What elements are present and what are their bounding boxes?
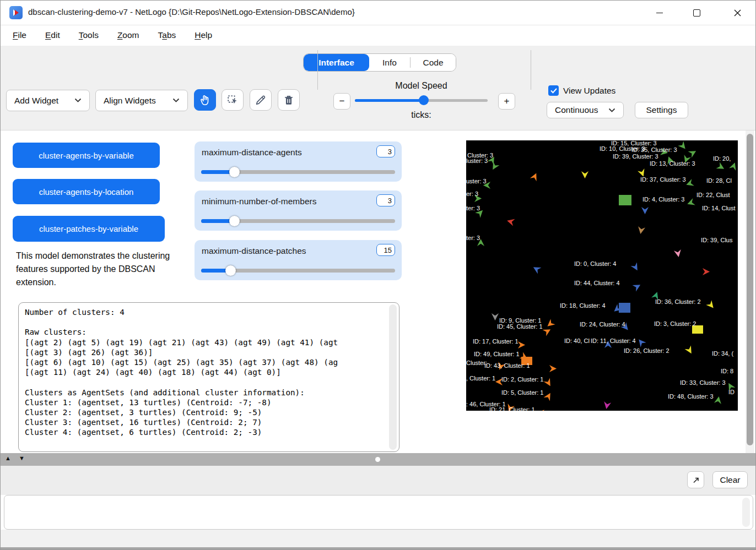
agent-label: ID: 39, Clus xyxy=(701,237,732,243)
speed-plus-button[interactable]: + xyxy=(498,93,515,110)
slider-value-box[interactable]: 3 xyxy=(376,145,395,157)
close-icon xyxy=(734,9,741,17)
cluster-agents-by-variable-button[interactable]: cluster-agents-by-variable xyxy=(13,143,160,168)
agent-label: ID: 34, ( xyxy=(712,351,733,357)
agent-label: ter: 3 xyxy=(466,205,480,211)
model-speed-slider[interactable] xyxy=(355,99,488,102)
slider-track[interactable] xyxy=(201,269,395,273)
trash-icon xyxy=(283,94,295,106)
check-icon xyxy=(550,88,557,94)
slider-track[interactable] xyxy=(201,170,395,174)
patch-square xyxy=(619,195,631,205)
slider-thumb[interactable] xyxy=(229,167,240,177)
toolbar-divider xyxy=(531,50,531,90)
command-output-scrollbar[interactable] xyxy=(742,498,750,527)
turtle-agent xyxy=(679,142,687,153)
minimize-icon xyxy=(656,13,663,13)
output-scrollbar[interactable] xyxy=(389,304,397,450)
clear-button[interactable]: Clear xyxy=(712,471,748,488)
agent-label: ID: 35, Cluster: 3 xyxy=(631,147,677,153)
slider-value-box[interactable]: 15 xyxy=(376,244,395,256)
command-center-output xyxy=(4,495,753,530)
chevron-down-icon xyxy=(172,98,180,103)
turtle-agent xyxy=(517,341,526,351)
select-tool-button[interactable] xyxy=(222,89,244,111)
turtle-agent xyxy=(506,217,515,228)
title-bar: dbscan-clustering-demo-v7 - NetLogo {D:\… xyxy=(1,1,755,25)
turtle-agent xyxy=(717,163,725,173)
dock-right-icon xyxy=(692,476,700,484)
command-input-row: observer> xyxy=(1,530,755,547)
chevron-down-icon xyxy=(608,108,615,113)
tab-info[interactable]: Info xyxy=(369,54,410,71)
menu-tabs[interactable]: Tabs xyxy=(158,30,176,40)
turtle-agent xyxy=(674,249,682,260)
output-text: Number of clusters: 4 Raw clusters: [(ag… xyxy=(19,303,399,438)
turtle-agent xyxy=(490,162,499,173)
agent-label: ID: 33, Cluster: 3 xyxy=(680,380,726,386)
agent-label: ID: 36, Cluster: 2 xyxy=(655,299,701,305)
hand-tool-button[interactable] xyxy=(194,89,216,111)
agent-label: ID: 40, Cl xyxy=(564,338,590,344)
menu-help[interactable]: Help xyxy=(195,30,212,40)
agent-label: ID xyxy=(728,389,735,395)
tab-interface[interactable]: Interface xyxy=(304,54,369,71)
splitter-down-icon[interactable]: ▼ xyxy=(19,455,25,461)
turtle-agent xyxy=(631,263,640,274)
agent-label: ID: 49, Cluster: 1 xyxy=(474,351,520,357)
slider-thumb[interactable] xyxy=(229,216,240,226)
menu-file[interactable]: File xyxy=(13,30,26,40)
menu-edit[interactable]: Edit xyxy=(45,30,60,40)
slider-track[interactable] xyxy=(201,219,395,223)
netlogo-app-icon xyxy=(9,6,23,19)
agent-label: ID: 3, Cluster: 2 xyxy=(654,321,696,327)
update-mode-dropdown[interactable]: Continuous xyxy=(547,102,624,118)
splitter-handle-dot[interactable] xyxy=(375,457,380,462)
edit-tool-button[interactable] xyxy=(250,89,272,111)
close-button[interactable] xyxy=(725,4,750,21)
maximize-button[interactable] xyxy=(684,4,709,21)
agent-label: ID: 26, Cluster: 2 xyxy=(624,348,669,354)
model-speed-label: Model Speed xyxy=(355,81,488,91)
selection-icon xyxy=(226,94,239,106)
speed-minus-button[interactable]: − xyxy=(333,93,350,110)
slider-value-box[interactable]: 3 xyxy=(376,194,395,206)
agent-label: ID: 39, Cluster: 3 xyxy=(613,154,658,160)
pencil-icon xyxy=(255,94,267,106)
menu-tools[interactable]: Tools xyxy=(79,30,99,40)
add-widget-dropdown[interactable]: Add Widget xyxy=(6,90,90,111)
dock-toggle-button[interactable] xyxy=(687,471,704,488)
vertical-scrollbar-thumb[interactable] xyxy=(747,134,753,445)
slider-thumb[interactable] xyxy=(225,265,236,276)
turtle-agent xyxy=(702,268,710,278)
view-updates-label: View Updates xyxy=(563,86,615,96)
align-widgets-dropdown[interactable]: Align Widgets xyxy=(95,90,188,111)
cluster-patches-by-variable-button[interactable]: cluster-patches-by-variable xyxy=(13,216,165,242)
window-bottom-edge xyxy=(1,547,755,550)
minimize-button[interactable] xyxy=(647,4,672,21)
agent-label: ID: 22, Clust xyxy=(696,192,730,198)
world-view[interactable]: Cluster: 3luster: 3uster: 3er: 3ter: 3te… xyxy=(466,140,738,411)
turtle-agent xyxy=(544,379,553,389)
delete-tool-button[interactable] xyxy=(278,89,300,111)
menu-zoom[interactable]: Zoom xyxy=(117,30,139,40)
tab-code[interactable]: Code xyxy=(411,54,456,71)
command-center-splitter[interactable]: ▲ ▼ xyxy=(1,453,755,466)
splitter-up-icon[interactable]: ▲ xyxy=(5,455,11,461)
turtle-agent xyxy=(730,162,738,172)
agent-label: ID: 4, Cluster: 3 xyxy=(642,197,684,203)
slider-label: maximum-distance-agents xyxy=(202,148,302,157)
patch-square xyxy=(619,303,630,313)
agent-label: luster: 3 xyxy=(466,158,488,164)
toolbar-divider xyxy=(317,50,318,90)
align-widgets-label: Align Widgets xyxy=(104,96,156,106)
agent-label: ID: 48, Cluster: 3 xyxy=(668,394,714,400)
view-updates-checkbox[interactable] xyxy=(548,85,559,96)
turtle-agent xyxy=(537,409,545,411)
cluster-agents-by-location-button[interactable]: cluster-agents-by-location xyxy=(13,179,160,204)
model-speed-thumb[interactable] xyxy=(419,95,429,105)
toolbar-region: InterfaceInfoCode Add Widget Align Widge… xyxy=(1,46,755,130)
turtle-agent xyxy=(685,346,694,357)
settings-button[interactable]: Settings xyxy=(635,102,688,118)
agent-label: ID: 24, Cluster: 4 xyxy=(580,322,625,328)
